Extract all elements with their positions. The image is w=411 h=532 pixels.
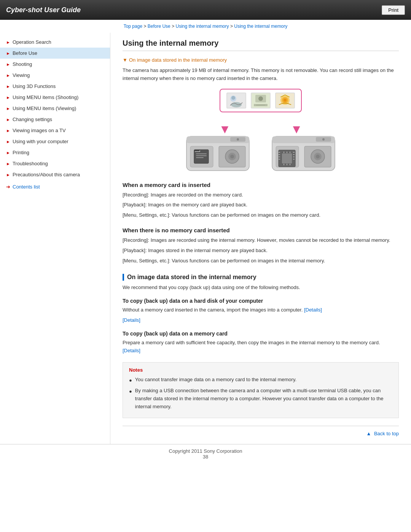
memory-card-copy-details-link[interactable]: [Details]: [123, 348, 140, 353]
breadcrumb-before-use[interactable]: Before Use: [148, 24, 170, 29]
back-to-top-arrow-icon: ▲: [366, 431, 371, 436]
thumbnail-1: [226, 93, 246, 109]
notes-text-0: You cannot transfer image data on a memo…: [135, 376, 296, 384]
contents-list-link[interactable]: ➔ Contents list: [0, 180, 110, 193]
image-data-intro: We recommend that you copy (back up) dat…: [123, 284, 399, 292]
memory-card-item-2: [Menu, Settings, etc.]: Various function…: [123, 211, 399, 219]
notes-title: Notes: [129, 367, 392, 373]
anchor-text: On image data stored in the internal mem…: [129, 57, 227, 63]
memory-card-item-0: [Recording]: Images are recorded on the …: [123, 191, 399, 199]
arrow-right-icon: ➔: [6, 184, 10, 190]
svg-point-31: [322, 138, 325, 141]
content-area: Using the internal memory ▼ On image dat…: [110, 33, 411, 444]
camera-left: [185, 129, 251, 173]
arrow-icon: ►: [6, 40, 10, 45]
arrow-icon: ►: [6, 62, 10, 67]
sidebar-label: Using MENU items (Viewing): [13, 105, 76, 111]
arrow-icon: ►: [6, 173, 10, 177]
breadcrumb-top[interactable]: Top page: [124, 24, 142, 29]
arrow-icon: ►: [6, 139, 10, 144]
sub-heading-memory-card-copy: To copy (back up) data on a memory card: [123, 331, 399, 337]
section-heading-memory-card: When a memory card is inserted: [123, 182, 399, 188]
page-number: 38: [203, 454, 208, 460]
svg-point-6: [258, 96, 263, 101]
svg-point-3: [231, 96, 235, 100]
svg-rect-22: [196, 155, 207, 156]
memory-card-copy-text: Prepare a memory card with sufficient fr…: [123, 339, 399, 355]
breadcrumb: Top page > Before Use > Using the intern…: [0, 20, 411, 33]
sidebar-item-troubleshooting[interactable]: ► Troubleshooting: [0, 158, 110, 169]
sidebar-label: Operation Search: [13, 39, 51, 45]
arrow-icon: ►: [6, 128, 10, 133]
arrow-icon: ►: [6, 84, 10, 89]
sidebar-label: Using MENU items (Shooting): [13, 94, 78, 100]
bullet-icon: ●: [129, 388, 132, 396]
svg-point-12: [284, 99, 287, 102]
header: Cyber-shot User Guide Print: [0, 0, 411, 20]
section-heading-no-memory-card: When there is no memory card inserted: [123, 227, 399, 233]
app-title: Cyber-shot User Guide: [6, 6, 81, 14]
arrow-icon: ►: [6, 106, 10, 111]
back-to-top-row: ▲ Back to top: [123, 426, 399, 438]
sidebar-item-shooting[interactable]: ► Shooting: [0, 59, 110, 70]
sub-heading-hard-disk: To copy (back up) data on a hard disk of…: [123, 298, 399, 304]
notes-text-1: By making a USB connection between the c…: [135, 387, 392, 411]
sidebar-item-viewing[interactable]: ► Viewing: [0, 70, 110, 81]
svg-marker-20: [194, 150, 199, 151]
arrow-icon: ►: [6, 95, 10, 100]
breadcrumb-using-internal-memory[interactable]: Using the internal memory: [175, 24, 229, 29]
back-to-top-label: Back to top: [374, 431, 399, 436]
sidebar-item-changing-settings[interactable]: ► Changing settings: [0, 114, 110, 125]
sidebar-item-before-use[interactable]: ► Before Use: [0, 48, 110, 59]
breadcrumb-current[interactable]: Using the internal memory: [234, 24, 287, 29]
hard-disk-details-link-1[interactable]: [Details]: [304, 307, 322, 313]
sidebar-label: Viewing images on a TV: [13, 128, 66, 133]
bullet-icon: ●: [129, 377, 132, 385]
sidebar-item-menu-shooting[interactable]: ► Using MENU items (Shooting): [0, 92, 110, 103]
sidebar-item-operation-search[interactable]: ► Operation Search: [0, 37, 110, 48]
camera-right: [270, 129, 337, 173]
sidebar-item-using-3d[interactable]: ► Using 3D Functions: [0, 81, 110, 92]
triangle-down-icon: ▼: [123, 57, 127, 63]
sidebar-item-precautions[interactable]: ► Precautions/About this camera: [0, 169, 110, 180]
arrow-icon: ►: [6, 73, 10, 78]
sidebar-label: Using with your computer: [13, 139, 68, 144]
page-title: Using the internal memory: [123, 39, 399, 51]
sidebar-label: Precautions/About this camera: [13, 172, 80, 177]
svg-rect-21: [196, 153, 207, 154]
hard-disk-details-link-2[interactable]: [Details]: [123, 317, 140, 323]
sidebar-label: Printing: [13, 150, 29, 155]
hard-disk-details-link-2-para: [Details]: [123, 316, 399, 324]
no-memory-card-item-2: [Menu, Settings, etc.]: Various function…: [123, 257, 399, 265]
notes-box: Notes ● You cannot transfer image data o…: [123, 362, 399, 418]
sidebar-item-printing[interactable]: ► Printing: [0, 147, 110, 158]
image-thumbnails-box: [220, 89, 302, 112]
anchor-link[interactable]: ▼ On image data stored in the internal m…: [123, 57, 399, 63]
notes-item-1: ● By making a USB connection between the…: [129, 387, 392, 411]
sidebar-item-menu-viewing[interactable]: ► Using MENU items (Viewing): [0, 103, 110, 114]
sidebar-item-viewing-tv[interactable]: ► Viewing images on a TV: [0, 125, 110, 136]
sidebar-item-using-computer[interactable]: ► Using with your computer: [0, 136, 110, 147]
main-layout: ► Operation Search ► Before Use ► Shooti…: [0, 33, 411, 444]
contents-list-label: Contents list: [13, 184, 40, 190]
print-button[interactable]: Print: [382, 5, 405, 15]
thumbnail-3: [275, 93, 295, 109]
svg-point-52: [316, 155, 320, 158]
svg-point-27: [230, 155, 234, 158]
svg-point-16: [237, 138, 239, 141]
no-memory-card-item-0: [Recording]: Images are recorded using t…: [123, 236, 399, 244]
intro-paragraph: The camera has approximately 19 MB of in…: [123, 67, 399, 83]
svg-rect-23: [196, 157, 204, 158]
camera-illustration: ▼ ▼: [181, 89, 341, 173]
sidebar-label: Shooting: [13, 61, 32, 67]
back-to-top-link[interactable]: ▲ Back to top: [366, 431, 399, 436]
footer: Copyright 2011 Sony Corporation 38: [0, 444, 411, 463]
memory-card-item-1: [Playback]: Images on the memory card ar…: [123, 201, 399, 209]
section-heading-image-data: On image data stored in the internal mem…: [123, 274, 399, 281]
svg-rect-34: [282, 153, 292, 164]
arrow-icon: ►: [6, 117, 10, 122]
thumbnail-2: [251, 93, 271, 109]
sidebar-label: Changing settings: [13, 117, 52, 122]
notes-item-0: ● You cannot transfer image data on a me…: [129, 376, 392, 385]
sidebar-label: Troubleshooting: [13, 161, 48, 166]
